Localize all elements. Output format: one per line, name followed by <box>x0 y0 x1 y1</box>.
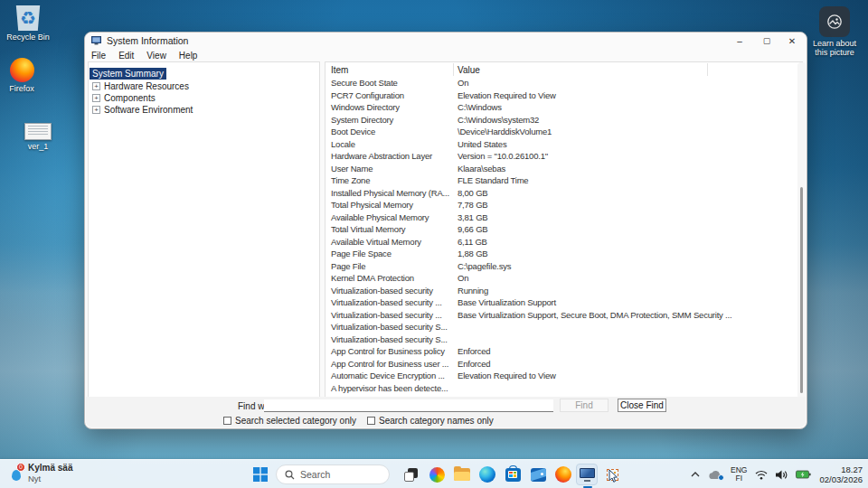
tree-item-label: Components <box>104 93 156 103</box>
menu-item-edit[interactable]: Edit <box>118 51 134 61</box>
table-row[interactable]: Automatic Device Encryption ...Elevation… <box>326 370 802 382</box>
table-row[interactable]: Total Physical Memory7,78 GB <box>326 199 802 211</box>
weather-subtitle: Nyt <box>28 474 72 483</box>
table-row[interactable]: Virtualization-based security S... <box>326 333 802 346</box>
tree-item-hardware-resources[interactable]: Hardware Resources <box>89 80 319 92</box>
search-input[interactable]: Search <box>276 465 390 484</box>
firefox-label: Firefox <box>0 84 54 93</box>
taskbar: 0 Kylmä sää Nyt Search <box>0 459 868 488</box>
dotted-app-button[interactable] <box>601 464 623 485</box>
desktop-icon-firefox[interactable]: Firefox <box>0 58 54 93</box>
close-find-button[interactable]: Close Find <box>618 399 666 412</box>
row-item: User Name <box>326 164 458 174</box>
row-value: 9,66 GB <box>458 224 802 234</box>
file-explorer-icon <box>454 468 470 481</box>
table-row[interactable]: Secure Boot StateOn <box>326 77 802 89</box>
table-row[interactable]: App Control for Business user ...Enforce… <box>326 358 802 371</box>
row-value: \Device\HarddiskVolume1 <box>458 127 802 136</box>
row-item: PCR7 Configuration <box>326 90 458 100</box>
table-row[interactable]: Available Physical Memory3,81 GB <box>326 211 802 224</box>
window-icon <box>91 36 101 45</box>
file-explorer-button[interactable] <box>451 464 473 485</box>
list-scrollbar[interactable] <box>797 62 806 399</box>
find-input[interactable] <box>264 399 553 412</box>
category-tree: System Summary Hardware ResourcesCompone… <box>88 61 320 399</box>
onedrive-button[interactable] <box>708 470 722 480</box>
tray-chevron-button[interactable] <box>691 472 700 477</box>
maximize-button[interactable]: ▢ <box>754 33 779 49</box>
tree-item-components[interactable]: Components <box>89 92 319 104</box>
table-row[interactable]: Installed Physical Memory (RA...8,00 GB <box>326 187 802 200</box>
table-row[interactable]: PCR7 ConfigurationElevation Required to … <box>326 89 802 102</box>
table-row[interactable]: System DirectoryC:\Windows\system32 <box>326 114 802 127</box>
store-button[interactable] <box>502 464 524 485</box>
scrollbar-thumb[interactable] <box>800 187 803 393</box>
expand-icon[interactable] <box>92 82 100 90</box>
weather-title: Kylmä sää <box>28 463 72 474</box>
search-category-names-checkbox[interactable] <box>367 417 375 425</box>
speaker-icon <box>776 470 788 480</box>
row-item: App Control for Business user ... <box>326 359 458 369</box>
tree-item-software-environment[interactable]: Software Environment <box>89 104 319 116</box>
row-item: Time Zone <box>326 175 458 185</box>
row-value: Enforced <box>458 359 802 369</box>
wallet-button[interactable] <box>527 464 549 485</box>
clock[interactable]: 18.27 02/03/2026 <box>819 465 863 484</box>
close-button[interactable]: ✕ <box>779 33 805 49</box>
menu-item-help[interactable]: Help <box>179 51 198 61</box>
row-value: 8,00 GB <box>458 188 802 198</box>
copilot-button[interactable] <box>426 464 448 485</box>
find-button[interactable]: Find <box>560 399 609 412</box>
table-row[interactable]: App Control for Business policyEnforced <box>326 345 802 358</box>
tree-item-label: Hardware Resources <box>104 81 189 91</box>
table-row[interactable]: Total Virtual Memory9,66 GB <box>326 223 802 236</box>
menu-item-view[interactable]: View <box>146 51 166 61</box>
desktop-icon-recycle-bin[interactable]: ♻ Recycle Bin <box>0 5 61 42</box>
table-row[interactable]: Available Virtual Memory6,11 GB <box>326 236 802 249</box>
table-row[interactable]: Page FileC:\pagefile.sys <box>326 260 802 273</box>
table-row[interactable]: Kernel DMA ProtectionOn <box>326 272 802 285</box>
store-icon <box>505 468 521 482</box>
table-row[interactable]: Virtualization-based security S... <box>326 321 802 333</box>
task-view-button[interactable] <box>401 464 422 485</box>
table-row[interactable]: Boot Device\Device\HarddiskVolume1 <box>326 126 802 138</box>
search-placeholder: Search <box>300 469 330 480</box>
table-row[interactable]: Virtualization-based security ...Base Vi… <box>326 309 802 322</box>
table-row[interactable]: Time ZoneFLE Standard Time <box>326 174 802 187</box>
table-row[interactable]: Windows DirectoryC:\Windows <box>326 101 802 114</box>
title-bar[interactable]: System Information – ▢ ✕ <box>85 33 807 49</box>
tree-item-system-summary[interactable]: System Summary <box>90 68 166 80</box>
table-row[interactable]: A hypervisor has been detecte... <box>326 382 802 395</box>
volume-button[interactable] <box>776 470 788 480</box>
table-row[interactable]: Hardware Abstraction LayerVersion = "10.… <box>326 150 802 163</box>
menu-bar: FileEditViewHelp <box>85 49 807 61</box>
row-value: Klaara\sebas <box>458 164 802 174</box>
table-row[interactable]: Virtualization-based securityRunning <box>326 285 802 297</box>
table-row[interactable]: Page File Space1,88 GB <box>326 248 802 260</box>
search-selected-category-checkbox[interactable] <box>223 417 231 425</box>
menu-item-file[interactable]: File <box>91 51 106 61</box>
firefox-button[interactable] <box>552 464 574 485</box>
row-value: C:\pagefile.sys <box>458 261 802 271</box>
system-information-button[interactable] <box>576 464 598 485</box>
language-indicator[interactable]: ENGFI <box>731 466 747 483</box>
wifi-button[interactable] <box>755 470 768 480</box>
column-header-item[interactable]: Item <box>326 65 458 75</box>
weather-widget[interactable]: 0 Kylmä sää Nyt <box>9 463 72 483</box>
row-item: Installed Physical Memory (RA... <box>326 188 458 198</box>
minimize-button[interactable]: – <box>727 33 752 49</box>
row-value: Running <box>458 286 802 296</box>
desktop-icon-spotlight[interactable]: Learn about this picture <box>802 6 867 57</box>
list-header[interactable]: Item Value <box>326 62 802 77</box>
column-header-value[interactable]: Value <box>458 65 480 75</box>
expand-icon[interactable] <box>92 94 100 102</box>
table-row[interactable]: Virtualization-based security ...Base Vi… <box>326 296 802 309</box>
start-button[interactable] <box>250 464 271 485</box>
table-row[interactable]: LocaleUnited States <box>326 138 802 151</box>
table-row[interactable]: User NameKlaara\sebas <box>326 163 802 175</box>
expand-icon[interactable] <box>92 106 100 114</box>
desktop-icon-file[interactable]: ver_1 <box>5 123 71 151</box>
row-item: Automatic Device Encryption ... <box>326 371 458 380</box>
edge-button[interactable] <box>476 464 498 485</box>
battery-button[interactable] <box>796 470 811 479</box>
